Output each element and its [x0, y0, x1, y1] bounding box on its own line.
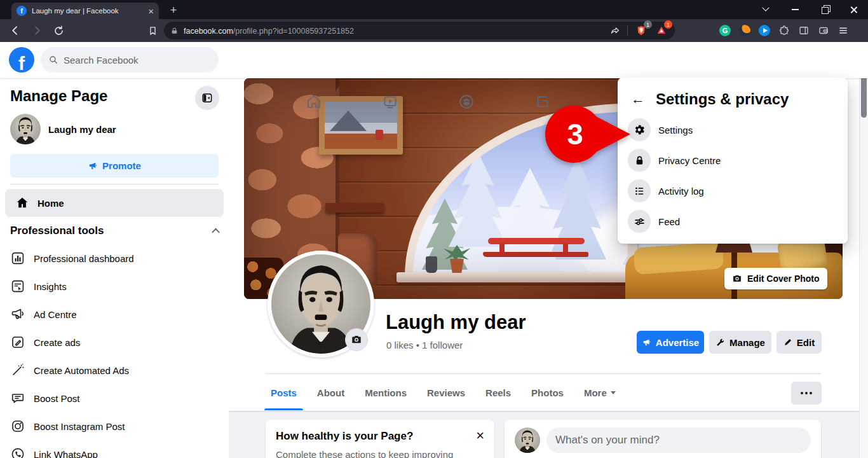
watch-nav-icon[interactable] — [375, 93, 405, 111]
sidebar-item-create-automated-ads[interactable]: Create Automated Ads — [0, 356, 229, 384]
url-path: /profile.php?id=100085937251852 — [233, 27, 354, 36]
back-button[interactable] — [8, 23, 23, 38]
more-horizontal-dots-icon — [801, 392, 803, 394]
profile-stats[interactable]: 0 likes • 1 follower — [386, 340, 463, 350]
page-scrollbar[interactable] — [859, 42, 868, 458]
dashboard-icon — [10, 251, 25, 266]
step-annotation-arrow: 3 — [545, 106, 630, 163]
health-card-subtitle: Complete these actions to keep improving — [276, 449, 484, 458]
forward-button[interactable] — [29, 23, 44, 38]
composer-input[interactable]: What's on your mind? — [546, 427, 811, 453]
whatsapp-icon — [10, 447, 25, 458]
restore-button[interactable] — [810, 0, 839, 19]
pencil-icon — [783, 338, 792, 347]
sidebar-item-ad-centre[interactable]: Ad Centre — [0, 300, 229, 328]
page-shortcut[interactable]: Laugh my dear — [10, 114, 116, 144]
tab-about[interactable]: About — [307, 375, 355, 410]
extensions-row: G — [718, 23, 850, 38]
sidebar-item-boost-post[interactable]: Boost Post — [0, 384, 229, 412]
divider — [10, 184, 219, 184]
insights-icon — [10, 279, 25, 294]
page-name: Laugh my dear — [48, 124, 116, 135]
dark-theme-extension-icon[interactable] — [738, 24, 752, 38]
facebook-logo[interactable]: f — [9, 47, 34, 73]
speech-bubble-icon — [10, 391, 25, 406]
extensions-puzzle-icon[interactable] — [777, 24, 791, 38]
window-controls — [751, 0, 868, 19]
close-icon[interactable]: × — [476, 430, 484, 441]
tab-reviews[interactable]: Reviews — [417, 375, 475, 410]
manage-button[interactable]: Manage — [709, 331, 771, 354]
menu-item-settings[interactable]: Settings — [623, 114, 843, 145]
promote-button[interactable]: Promote — [10, 154, 219, 177]
close-button[interactable] — [839, 0, 868, 19]
sliders-icon — [628, 210, 651, 233]
url-text: facebook.com/profile.php?id=100085937251… — [184, 25, 354, 36]
menu-item-activity-log[interactable]: Activity log — [623, 176, 843, 206]
section-label: Professional tools — [10, 225, 104, 237]
sidebar-item-insights[interactable]: Insights — [0, 272, 229, 300]
sidebar-item-professional-dashboard[interactable]: Professional dashboard — [0, 244, 229, 272]
video-extension-icon[interactable] — [757, 24, 771, 38]
more-options-button[interactable] — [791, 382, 822, 405]
facebook-header: f — [0, 42, 868, 78]
sidebar-panel-icon[interactable] — [797, 24, 811, 38]
collapse-sidebar-button[interactable] — [195, 86, 219, 110]
bookmark-icon[interactable] — [145, 23, 160, 38]
tab-more[interactable]: More — [574, 375, 626, 410]
search-icon — [48, 55, 58, 65]
groups-nav-icon[interactable] — [451, 93, 482, 111]
edit-cover-photo-button[interactable]: Edit Cover Photo — [724, 268, 827, 289]
tab-mentions[interactable]: Mentions — [355, 375, 417, 410]
create-ads-icon — [10, 335, 25, 350]
tab-reels[interactable]: Reels — [475, 375, 521, 410]
url-host: facebook.com — [184, 27, 233, 36]
url-bar[interactable]: facebook.com/profile.php?id=100085937251… — [164, 22, 675, 39]
shield-badge: 1 — [644, 20, 652, 29]
professional-tools-list: Professional dashboard Insights Ad Centr… — [0, 244, 229, 458]
settings-privacy-menu: ← Settings & privacy Settings Privacy Ce… — [618, 78, 848, 244]
menu-item-privacy-centre[interactable]: Privacy Centre — [623, 145, 843, 176]
sidebar-item-boost-instagram-post[interactable]: Boost Instagram Post — [0, 412, 229, 440]
share-icon[interactable] — [610, 25, 621, 36]
home-nav-icon[interactable] — [299, 93, 329, 111]
grammarly-icon[interactable]: G — [718, 24, 732, 38]
page-health-card: How healthy is your Page? × Complete the… — [266, 420, 494, 458]
back-arrow-icon[interactable]: ← — [629, 90, 647, 108]
profile-name: Laugh my dear — [386, 311, 526, 334]
screen: f Laugh my dear | Facebook × + facebook.… — [0, 0, 868, 458]
page-title: Manage Page — [10, 87, 107, 105]
sidebar-item-home[interactable]: Home — [5, 189, 224, 217]
health-card-title: How healthy is your Page? — [276, 430, 413, 443]
sidebar-item-create-ads[interactable]: Create ads — [0, 328, 229, 356]
sidebar-item-link-whatsapp[interactable]: Link WhatsApp — [0, 440, 229, 458]
minimize-button[interactable] — [780, 0, 810, 19]
instagram-icon — [10, 419, 25, 434]
browser-titlebar: f Laugh my dear | Facebook × + — [0, 0, 868, 19]
close-icon — [850, 6, 858, 14]
search-input[interactable] — [64, 55, 197, 66]
browser-tab[interactable]: f Laugh my dear | Facebook × — [11, 3, 159, 19]
home-icon — [15, 196, 29, 210]
update-profile-picture-button[interactable] — [345, 328, 368, 351]
composer-avatar[interactable] — [515, 427, 540, 453]
tab-search-button[interactable] — [751, 0, 780, 19]
search-bar[interactable] — [41, 47, 219, 73]
browser-menu-icon[interactable] — [836, 24, 850, 38]
wallet-icon[interactable] — [817, 24, 831, 38]
tab-photos[interactable]: Photos — [521, 375, 574, 410]
menu-item-feed[interactable]: Feed — [623, 206, 843, 237]
brave-rewards-icon[interactable]: 1 — [654, 24, 668, 38]
tab-posts[interactable]: Posts — [261, 375, 307, 410]
megaphone-icon — [88, 161, 98, 171]
advertise-button[interactable]: Advertise — [637, 331, 704, 354]
camera-icon — [351, 334, 362, 345]
professional-tools-header[interactable]: Professional tools — [10, 225, 219, 237]
manage-page-sidebar: Manage Page Laugh my dear Promote Home P… — [0, 78, 229, 458]
edit-button[interactable]: Edit — [776, 331, 822, 354]
lock-icon — [628, 149, 651, 172]
new-tab-button[interactable]: + — [165, 2, 182, 18]
tab-close-icon[interactable]: × — [148, 6, 154, 16]
refresh-button[interactable] — [51, 23, 66, 38]
brave-shield-icon[interactable]: 1 — [634, 24, 648, 38]
